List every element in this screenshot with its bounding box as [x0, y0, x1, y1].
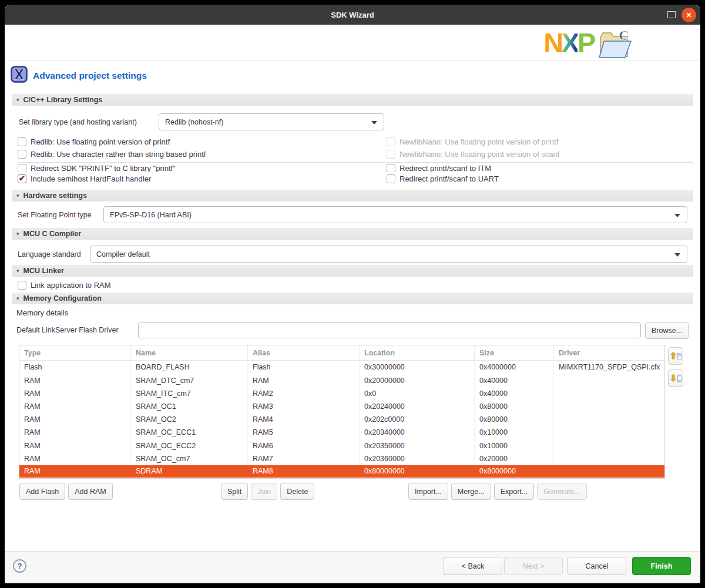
move-row-down-button[interactable]: ⬇: [668, 369, 683, 387]
checkbox[interactable]: [387, 174, 395, 183]
add-button[interactable]: Add RAM: [68, 483, 113, 500]
section-memory-configuration[interactable]: ▾ Memory Configuration: [12, 293, 693, 304]
cell-alias: Flash: [248, 361, 360, 374]
checkbox-row[interactable]: Redirect SDK "PRINTF" to C library "prin…: [18, 162, 385, 172]
library-type-label: Set library type (and hosting variant): [19, 118, 137, 126]
cell-type: RAM: [19, 452, 131, 465]
col-header-location[interactable]: Location: [360, 345, 475, 360]
move-row-up-button[interactable]: ⬆: [668, 347, 683, 365]
link-to-ram-checkbox-row[interactable]: Link application to RAM: [18, 280, 194, 290]
cell-type: RAM: [19, 413, 131, 426]
cell-size: 0x40000: [475, 374, 554, 387]
edit-button[interactable]: Split: [221, 483, 248, 500]
cell-driver: [554, 439, 664, 452]
cell-location: 0x20360000: [360, 452, 475, 465]
col-header-type[interactable]: Type: [19, 345, 131, 360]
flash-driver-label: Default LinkServer Flash Driver: [16, 326, 119, 334]
table-row[interactable]: RAM SRAM_OC1 RAM3 0x20240000 0x80000: [19, 400, 664, 413]
checkbox[interactable]: [387, 164, 395, 172]
close-icon: ✕: [686, 12, 691, 19]
table-row[interactable]: RAM SRAM_OC_ECC1 RAM5 0x20340000 0x10000: [19, 426, 664, 439]
cancel-button[interactable]: Cancel: [568, 557, 626, 575]
footer-bar: ? < Back Next > Cancel Finish: [5, 551, 700, 583]
cell-name: BOARD_FLASH: [131, 361, 248, 374]
library-type-combo[interactable]: Redlib (nohost-nf): [159, 113, 384, 130]
cell-driver: [554, 426, 664, 439]
window-title: SDK Wizard: [331, 11, 374, 19]
checkbox[interactable]: [18, 137, 26, 146]
fp-type-value: FPv5-SP-D16 (Hard ABI): [110, 211, 192, 219]
mcuxpresso-x-icon: X: [11, 66, 28, 85]
next-button[interactable]: Next >: [504, 557, 563, 575]
close-button[interactable]: ✕: [682, 8, 696, 22]
fp-type-combo[interactable]: FPv5-SP-D16 (Hard ABI): [103, 206, 687, 223]
cell-location: 0x20340000: [360, 426, 475, 439]
help-button[interactable]: ?: [13, 559, 26, 573]
expander-icon: ▾: [16, 231, 19, 237]
col-header-name[interactable]: Name: [131, 345, 248, 360]
cell-type: RAM: [19, 400, 131, 413]
checkbox-row[interactable]: NewlibNano: Use floating point version o…: [387, 148, 693, 160]
section-hardware-settings[interactable]: ▾ Hardware settings: [12, 190, 693, 201]
table-row[interactable]: Flash BOARD_FLASH Flash 0x30000000 0x400…: [19, 361, 664, 374]
browse-button[interactable]: Browse...: [645, 322, 689, 339]
checkbox-row[interactable]: NewlibNano: Use floating point version o…: [387, 136, 693, 147]
table-body: Flash BOARD_FLASH Flash 0x30000000 0x400…: [19, 361, 664, 478]
add-button[interactable]: Add Flash: [19, 483, 65, 500]
table-row[interactable]: RAM SRAM_OC_ECC2 RAM6 0x20350000 0x10000: [19, 439, 664, 452]
checkbox-row[interactable]: Redlib: Use character rather than string…: [18, 148, 385, 160]
flash-driver-input[interactable]: [138, 322, 641, 338]
cell-name: SRAM_OC1: [131, 400, 248, 413]
checkbox-label: Redirect SDK "PRINTF" to C library "prin…: [31, 164, 176, 172]
checkbox[interactable]: [387, 137, 395, 146]
checkbox[interactable]: [18, 150, 26, 159]
cell-location: 0x202c0000: [360, 413, 475, 426]
screenshot-root: { "window": { "title": "SDK Wizard" }, "…: [0, 0, 705, 588]
checkbox-row[interactable]: Include semihost HardFault handler: [18, 173, 385, 184]
checkbox-row[interactable]: Redlib: Use floating point version of pr…: [18, 136, 385, 147]
cell-size: 0x40000: [475, 387, 554, 400]
edit-button[interactable]: Delete: [280, 483, 314, 500]
table-row[interactable]: RAM SRAM_OC2 RAM4 0x202c0000 0x80000: [19, 413, 664, 426]
language-standard-combo[interactable]: Compiler default: [90, 246, 687, 263]
expander-icon: ▾: [16, 193, 19, 199]
cell-size: 0x80000: [475, 413, 554, 426]
section-mcu-c-compiler[interactable]: ▾ MCU C Compiler: [12, 228, 693, 240]
section-library-settings[interactable]: ▾ C/C++ Library Settings: [12, 94, 693, 106]
io-button[interactable]: Merge...: [451, 483, 491, 500]
cell-name: SRAM_OC_ECC2: [131, 439, 248, 452]
checkbox-row[interactable]: Redirect printf/scanf to ITM: [387, 162, 693, 172]
checkbox[interactable]: [18, 164, 26, 172]
expander-icon: ▾: [16, 268, 19, 274]
nxp-letter-n: N: [543, 27, 561, 58]
arrow-up-icon: ⬆: [670, 351, 677, 361]
table-row[interactable]: RAM SRAM_ITC_cm7 RAM2 0x0 0x40000: [19, 387, 664, 400]
table-row[interactable]: RAM SRAM_OC_cm7 RAM7 0x20360000 0x20000: [19, 452, 664, 465]
io-button[interactable]: Import...: [408, 483, 448, 500]
finish-button[interactable]: Finish: [632, 557, 691, 575]
checkbox[interactable]: [18, 174, 26, 183]
cell-driver: [554, 465, 664, 478]
io-button[interactable]: Export...: [494, 483, 535, 500]
cell-driver: [554, 452, 664, 465]
section-mcu-linker[interactable]: ▾ MCU Linker: [12, 265, 693, 277]
checkbox[interactable]: [18, 281, 26, 290]
edit-button[interactable]: Join: [251, 483, 277, 500]
nxp-logo: NXP: [543, 29, 593, 58]
checkbox[interactable]: [387, 150, 395, 159]
col-header-driver[interactable]: Driver: [554, 345, 664, 360]
checkbox-row[interactable]: Redirect printf/scanf to UART: [387, 173, 693, 184]
wizard-header: NXP C: [5, 25, 700, 61]
col-header-size[interactable]: Size: [475, 345, 554, 360]
cell-type: RAM: [19, 426, 131, 439]
cell-type: RAM: [19, 374, 131, 387]
cell-name: SRAM_OC_ECC1: [131, 426, 248, 439]
maximize-button[interactable]: [667, 11, 676, 18]
col-header-alias[interactable]: Alias: [248, 345, 360, 360]
table-row[interactable]: RAM SRAM_DTC_cm7 RAM 0x20000000 0x40000: [19, 374, 664, 387]
table-row[interactable]: RAM SDRAM RAM8 0x80000000 0x8000000: [19, 465, 664, 478]
cell-alias: RAM2: [248, 387, 360, 400]
io-button[interactable]: Generate...: [537, 483, 587, 500]
back-button[interactable]: < Back: [444, 557, 502, 575]
titlebar: SDK Wizard: [5, 5, 700, 25]
